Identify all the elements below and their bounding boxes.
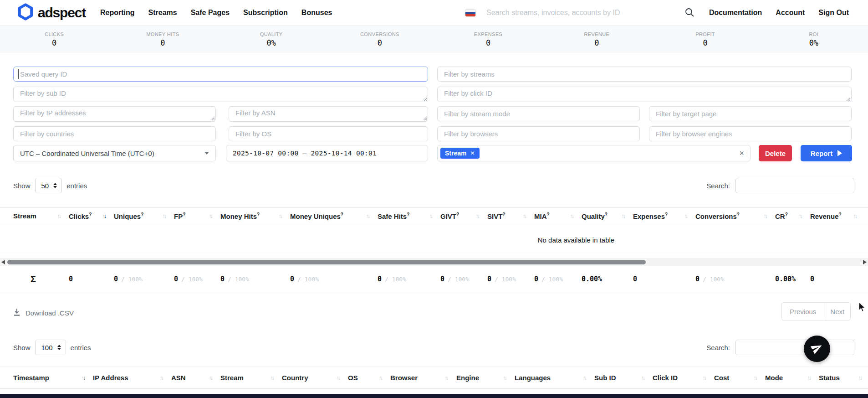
- report-button[interactable]: Report: [801, 145, 852, 161]
- search-icon[interactable]: [684, 7, 695, 20]
- nav-item-bonuses[interactable]: Bonuses: [301, 9, 332, 17]
- stat-label: CONVERSIONS: [360, 31, 399, 37]
- saved-query-input[interactable]: [13, 67, 428, 82]
- stream-mode-filter-input[interactable]: [437, 106, 640, 121]
- table1-search-input[interactable]: [735, 178, 854, 193]
- column-header-money-hits[interactable]: Money Hits?↑↓: [220, 208, 290, 224]
- column-header-stream[interactable]: Stream↑↓: [13, 208, 69, 224]
- column-header-givt[interactable]: GIVT?↑↓: [440, 208, 487, 224]
- column-header-asn[interactable]: ASN↑↓: [171, 367, 220, 388]
- click-id-filter-input[interactable]: [437, 87, 852, 102]
- totals-cell: 0/ 100%: [114, 275, 174, 283]
- nav-item-reporting[interactable]: Reporting: [100, 9, 135, 17]
- russian-flag-icon[interactable]: [465, 10, 475, 16]
- date-range-input[interactable]: [226, 145, 428, 161]
- browser-engines-filter-input[interactable]: [649, 126, 852, 141]
- os-filter-field[interactable]: [229, 126, 428, 141]
- column-header-browser[interactable]: Browser↑↓: [390, 367, 456, 388]
- target-page-filter-field[interactable]: [649, 106, 852, 121]
- metrics-multiselect[interactable]: Stream ✕ ×: [437, 145, 751, 161]
- column-header-click-id[interactable]: Click ID↑↓: [653, 367, 714, 388]
- next-page-button[interactable]: Next: [824, 302, 851, 320]
- column-label: Clicks?: [69, 212, 92, 220]
- stream-mode-filter-field[interactable]: [437, 106, 640, 121]
- totals-cell: 0: [633, 275, 695, 283]
- sort-icon: ↑↓: [622, 213, 626, 219]
- nav-item-documentation[interactable]: Documentation: [709, 9, 762, 17]
- delete-button[interactable]: Delete: [759, 145, 792, 161]
- column-header-country[interactable]: Country↑↓: [282, 367, 348, 388]
- column-header-mode[interactable]: Mode↑↓: [765, 367, 819, 388]
- column-header-quality[interactable]: Quality?↑↓: [582, 208, 633, 224]
- click-id-filter-field[interactable]: [437, 87, 852, 102]
- browsers-filter-field[interactable]: [437, 126, 640, 141]
- date-range-field[interactable]: [226, 145, 428, 161]
- streams-filter-field[interactable]: [437, 67, 852, 82]
- stepper-icon: [57, 345, 61, 350]
- clear-selection-icon[interactable]: ×: [739, 149, 744, 157]
- tag-remove-icon[interactable]: ✕: [470, 150, 475, 156]
- sub-id-filter-input[interactable]: [13, 87, 428, 102]
- stat-value: 0: [594, 38, 599, 47]
- horizontal-scrollbar[interactable]: [0, 258, 868, 266]
- column-header-money-uniques[interactable]: Money Uniques?↑↓: [290, 208, 378, 224]
- asn-filter-input[interactable]: [229, 106, 428, 122]
- metric-tag-stream[interactable]: Stream ✕: [440, 148, 480, 159]
- ip-filter-field[interactable]: [13, 106, 216, 122]
- column-header-ip-address[interactable]: IP Address↑↓: [93, 367, 171, 388]
- download-csv-button[interactable]: Download .CSV: [13, 308, 74, 317]
- column-header-status[interactable]: Status↑↓: [819, 367, 868, 388]
- countries-filter-input[interactable]: [13, 126, 216, 141]
- sort-icon: ↑↓: [102, 213, 107, 219]
- global-search-input[interactable]: [486, 9, 678, 17]
- nav-item-subscription[interactable]: Subscription: [243, 9, 288, 17]
- sub-id-filter-field[interactable]: [13, 87, 428, 102]
- page-size-select[interactable]: 100: [35, 340, 66, 355]
- horizontal-scrollbar-thumb[interactable]: [7, 260, 646, 264]
- table2-search-input[interactable]: [735, 340, 854, 355]
- column-header-safe-hits[interactable]: Safe Hits?↑↓: [378, 208, 440, 224]
- page-size-select[interactable]: 50: [35, 178, 62, 193]
- column-header-uniques[interactable]: Uniques?↑↓: [114, 208, 174, 224]
- timezone-select[interactable]: UTC – Coordinated Universal Time (UTC+0): [13, 145, 216, 161]
- column-header-sivt[interactable]: SIVT?↑↓: [487, 208, 534, 224]
- show-label: Show: [13, 182, 31, 190]
- brand-logo[interactable]: adspect: [17, 3, 86, 22]
- column-header-sub-id[interactable]: Sub ID↑↓: [594, 367, 653, 388]
- column-header-expenses[interactable]: Expenses?↑↓: [633, 208, 695, 224]
- column-header-conversions[interactable]: Conversions?↑↓: [695, 208, 775, 224]
- nav-item-sign-out[interactable]: Sign Out: [818, 9, 849, 17]
- column-header-revenue[interactable]: Revenue?↑↓: [810, 208, 865, 224]
- column-header-languages[interactable]: Languages↑↓: [515, 367, 594, 388]
- column-header-os[interactable]: OS↑↓: [348, 367, 390, 388]
- browser-engines-filter-field[interactable]: [649, 126, 852, 141]
- os-filter-input[interactable]: [229, 126, 428, 141]
- nav-item-safe-pages[interactable]: Safe Pages: [191, 9, 230, 17]
- column-header-clicks[interactable]: Clicks?↑↓: [69, 208, 114, 224]
- totals-cell: 0/ 100%: [174, 275, 220, 283]
- saved-query-field[interactable]: [13, 67, 428, 82]
- column-header-timestamp[interactable]: Timestamp↑↓: [13, 367, 93, 388]
- nav-item-account[interactable]: Account: [776, 9, 805, 17]
- nav-item-streams[interactable]: Streams: [148, 9, 177, 17]
- scroll-left-arrow-icon[interactable]: [1, 260, 5, 264]
- column-header-cost[interactable]: Cost↑↓: [714, 367, 765, 388]
- scroll-right-arrow-icon[interactable]: [863, 260, 867, 264]
- browsers-filter-input[interactable]: [437, 126, 640, 141]
- column-label: IP Address: [93, 374, 128, 382]
- totals-cell: 0/ 100%: [534, 275, 582, 283]
- telegram-button[interactable]: [804, 336, 830, 362]
- previous-page-button[interactable]: Previous: [781, 302, 824, 320]
- column-header-engine[interactable]: Engine↑↓: [456, 367, 515, 388]
- ip-filter-input[interactable]: [13, 106, 216, 122]
- target-page-filter-input[interactable]: [649, 106, 852, 121]
- column-header-mia[interactable]: MIA?↑↓: [534, 208, 582, 224]
- asn-filter-field[interactable]: [229, 106, 428, 122]
- column-header-fp[interactable]: FP?↑↓: [174, 208, 220, 224]
- column-header-cr[interactable]: CR?↑↓: [775, 208, 810, 224]
- column-label: Safe Hits?: [378, 212, 409, 220]
- streams-filter-input[interactable]: [437, 67, 852, 82]
- column-header-stream[interactable]: Stream↑↓: [220, 367, 282, 388]
- countries-filter-field[interactable]: [13, 126, 216, 141]
- sort-icon: ↑↓: [703, 375, 707, 381]
